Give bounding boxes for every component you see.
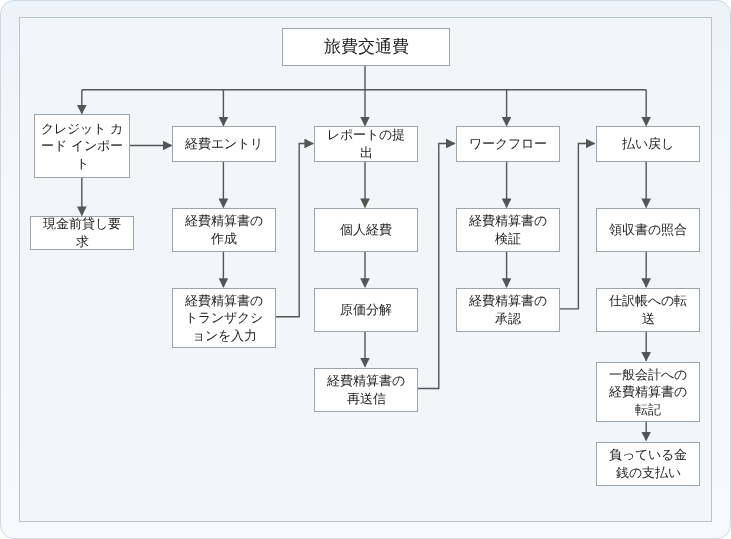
diagram-inner-frame: 旅費交通費 クレジット カード インポート 現金前貸し要求 経費エントリ 経費精… [19, 17, 712, 522]
node-create-expense-report: 経費精算書の作成 [172, 208, 276, 252]
node-cost-breakdown: 原価分解 [314, 288, 418, 332]
node-credit-card-import: クレジット カード インポート [34, 114, 130, 178]
node-approve-expense-report: 経費精算書の承認 [456, 288, 560, 332]
node-post-to-general-ledger: 一般会計への経費精算書の転記 [596, 362, 700, 422]
node-expense-entry: 経費エントリ [172, 126, 276, 162]
node-personal-expense: 個人経費 [314, 208, 418, 252]
node-validate-expense-report: 経費精算書の検証 [456, 208, 560, 252]
node-enter-expense-transactions: 経費精算書のトランザクションを入力 [172, 288, 276, 348]
node-pay-amount-owed: 負っている金銭の支払い [596, 442, 700, 486]
node-cash-advance-request: 現金前貸し要求 [30, 216, 134, 250]
node-reimbursement: 払い戻し [596, 126, 700, 162]
diagram-canvas: 旅費交通費 クレジット カード インポート 現金前貸し要求 経費エントリ 経費精… [0, 0, 731, 539]
node-resubmit-expense-report: 経費精算書の再送信 [314, 368, 418, 412]
node-root: 旅費交通費 [282, 28, 450, 66]
node-receipt-matching: 領収書の照合 [596, 208, 700, 252]
node-workflow: ワークフロー [456, 126, 560, 162]
node-send-to-journal: 仕訳帳への転送 [596, 288, 700, 332]
node-submit-report: レポートの提出 [314, 126, 418, 162]
